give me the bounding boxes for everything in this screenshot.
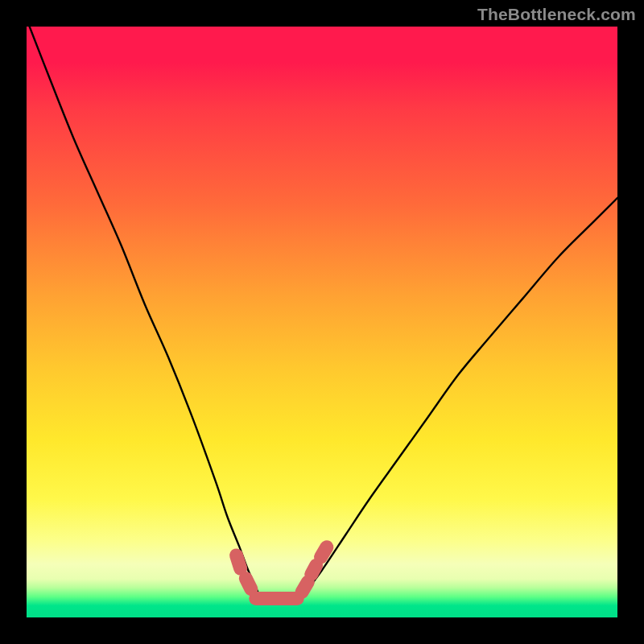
chart-stage: TheBottleneck.com — [0, 0, 644, 644]
curve-layer — [27, 27, 617, 617]
series-curve-left — [30, 27, 260, 597]
mark-bottom-marks — [237, 555, 241, 568]
watermark-text: TheBottleneck.com — [477, 5, 636, 24]
mark-bottom-marks — [246, 579, 251, 589]
plot-area — [27, 27, 617, 617]
series-curve-right — [304, 198, 617, 594]
mark-bottom-marks — [312, 565, 316, 574]
mark-bottom-marks — [302, 582, 308, 592]
mark-bottom-marks — [321, 547, 327, 557]
